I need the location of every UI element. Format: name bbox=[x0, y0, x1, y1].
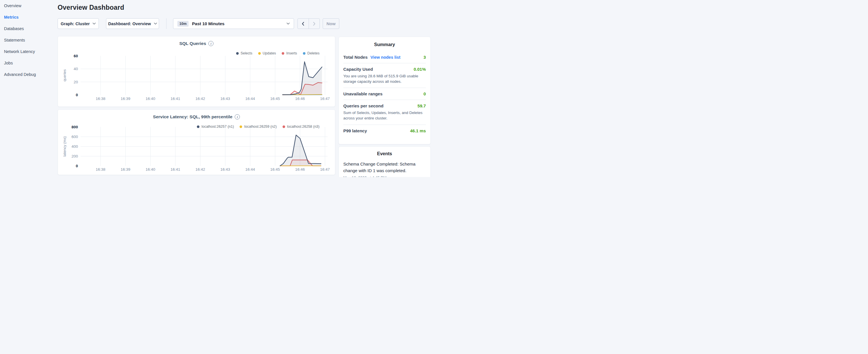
page-title: Overview Dashboard bbox=[58, 4, 124, 11]
summary-divider bbox=[343, 125, 426, 125]
x-tick-label: 16:39 bbox=[121, 167, 130, 171]
sidebar-item-advanced-debug[interactable]: Advanced Debug bbox=[0, 69, 58, 80]
x-tick-label: 16:47 bbox=[320, 167, 330, 171]
time-range-dropdown[interactable]: 10m Past 10 Minutes bbox=[173, 18, 294, 29]
summary-row: Total NodesView nodes list3 bbox=[343, 55, 426, 60]
summary-row-label: Capacity Used bbox=[343, 67, 373, 72]
summary-row-value: 0.01% bbox=[413, 67, 426, 72]
summary-row: Capacity Used0.01%You are using 28.6 MiB… bbox=[343, 67, 426, 84]
time-prev-button[interactable] bbox=[298, 19, 309, 29]
summary-row: Queries per second59.7Sum of Selects, Up… bbox=[343, 103, 426, 121]
summary-row-description: You are using 28.6 MiB of 515.9 GiB usab… bbox=[343, 74, 426, 84]
time-range-label: Past 10 Minutes bbox=[192, 21, 224, 26]
summary-row-value: 3 bbox=[424, 55, 426, 60]
x-tick-label: 16:40 bbox=[146, 97, 155, 101]
x-tick-label: 16:41 bbox=[170, 97, 180, 101]
graph-dropdown[interactable]: Graph: Cluster bbox=[58, 18, 99, 29]
graph-dropdown-label: Graph: Cluster bbox=[61, 22, 90, 26]
x-tick-label: 16:42 bbox=[195, 167, 205, 171]
sidebar-item-network-latency[interactable]: Network Latency bbox=[0, 46, 58, 57]
events-title: Events bbox=[343, 151, 426, 156]
service-latency-chart: 16:3816:3916:4016:4116:4216:4316:4416:45… bbox=[58, 110, 336, 175]
dashboard-dropdown[interactable]: Dashboard: Overview bbox=[106, 18, 159, 29]
x-tick-label: 16:46 bbox=[295, 167, 305, 171]
controls-divider bbox=[166, 18, 166, 29]
view-nodes-list-link[interactable]: View nodes list bbox=[371, 55, 401, 60]
x-tick-label: 16:45 bbox=[270, 167, 280, 171]
summary-panel: Summary Total NodesView nodes list3Capac… bbox=[338, 37, 431, 144]
time-range-badge: 10m bbox=[177, 21, 189, 27]
y-tick-label: 20 bbox=[74, 80, 78, 84]
chevron-right-icon bbox=[313, 22, 315, 26]
x-tick-label: 16:39 bbox=[121, 97, 130, 101]
x-tick-label: 16:43 bbox=[220, 97, 230, 101]
chevron-left-icon bbox=[302, 22, 304, 26]
sidebar-item-databases[interactable]: Databases bbox=[0, 23, 58, 34]
sidebar-item-jobs[interactable]: Jobs bbox=[0, 57, 58, 69]
summary-row: P99 latency46.1 ms bbox=[343, 128, 426, 133]
x-tick-label: 16:38 bbox=[96, 97, 105, 101]
x-tick-label: 16:47 bbox=[320, 97, 330, 101]
summary-row-label: Total Nodes bbox=[343, 55, 368, 60]
y-tick-label: 800 bbox=[71, 125, 78, 129]
x-tick-label: 16:42 bbox=[195, 97, 205, 101]
events-panel: Events Schema Change Completed: Schema c… bbox=[338, 147, 431, 177]
summary-row-value: 59.7 bbox=[417, 103, 426, 108]
y-axis-label: latency (ms) bbox=[62, 136, 67, 157]
y-tick-label: 0 bbox=[76, 93, 78, 97]
x-tick-label: 16:38 bbox=[96, 167, 105, 171]
summary-row-label: Queries per second bbox=[343, 103, 383, 108]
x-tick-label: 16:44 bbox=[245, 167, 255, 171]
summary-row-value: 46.1 ms bbox=[410, 128, 426, 133]
summary-divider bbox=[343, 88, 426, 88]
y-tick-label: 40 bbox=[74, 67, 78, 71]
sql-queries-chart: 16:3816:3916:4016:4116:4216:4316:4416:45… bbox=[58, 36, 336, 107]
time-next-button[interactable] bbox=[309, 19, 320, 29]
sql-queries-chart-card: SQL Queries i SelectsUpdatesInsertsDelet… bbox=[58, 36, 335, 107]
summary-row-description: Sum of Selects, Updates, Inserts, and De… bbox=[343, 110, 426, 121]
x-tick-label: 16:44 bbox=[245, 97, 255, 101]
summary-divider bbox=[343, 100, 426, 100]
event-timestamp: May 13, 2020 at 4:45 PM bbox=[343, 175, 426, 177]
y-tick-label: 200 bbox=[71, 154, 78, 158]
y-tick-label: 400 bbox=[71, 144, 78, 149]
x-tick-label: 16:43 bbox=[220, 167, 230, 171]
summary-row-label: Unavailable ranges bbox=[343, 91, 382, 96]
y-axis-label: queries bbox=[62, 69, 67, 81]
summary-title: Summary bbox=[343, 42, 426, 47]
chevron-down-icon bbox=[286, 23, 290, 25]
x-tick-label: 16:40 bbox=[146, 167, 155, 171]
summary-divider bbox=[343, 63, 426, 63]
sidebar-item-overview[interactable]: Overview bbox=[0, 0, 58, 11]
time-pager bbox=[298, 18, 320, 29]
chevron-down-icon bbox=[93, 23, 96, 25]
x-tick-label: 16:46 bbox=[295, 97, 305, 101]
y-tick-label: 0 bbox=[76, 164, 78, 168]
chevron-down-icon bbox=[154, 23, 157, 25]
summary-row: Unavailable ranges0 bbox=[343, 91, 426, 96]
sidebar-nav: OverviewMetricsDatabasesStatementsNetwor… bbox=[0, 0, 58, 177]
service-latency-chart-card: Service Latency: SQL, 99th percentile i … bbox=[58, 109, 335, 175]
summary-row-value: 0 bbox=[424, 91, 426, 96]
summary-row-label: P99 latency bbox=[343, 128, 367, 133]
y-tick-label: 600 bbox=[71, 135, 78, 139]
sidebar-item-statements[interactable]: Statements bbox=[0, 34, 58, 46]
x-tick-label: 16:45 bbox=[270, 97, 280, 101]
sidebar-item-metrics[interactable]: Metrics bbox=[0, 11, 58, 23]
event-text: Schema Change Completed: Schema change w… bbox=[343, 161, 426, 174]
x-tick-label: 16:41 bbox=[170, 167, 180, 171]
dashboard-dropdown-label: Dashboard: Overview bbox=[108, 22, 151, 26]
now-button[interactable]: Now bbox=[323, 18, 339, 29]
y-tick-label: 60 bbox=[74, 54, 78, 58]
